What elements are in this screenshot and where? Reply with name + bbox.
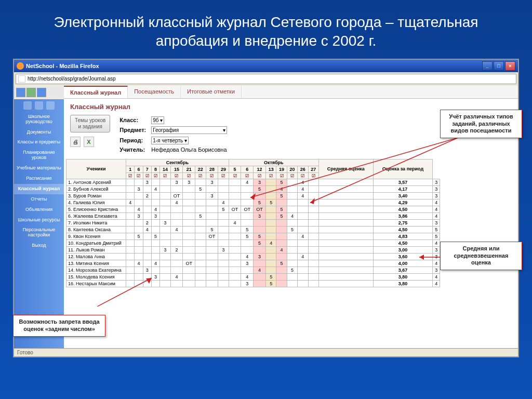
grade-cell[interactable] — [206, 240, 218, 246]
sidebar-item[interactable]: Отчеты — [14, 194, 64, 205]
grade-cell[interactable] — [126, 179, 135, 185]
grade-cell[interactable] — [276, 233, 287, 240]
grade-cell[interactable]: ОТ — [170, 192, 183, 199]
grade-cell[interactable] — [254, 192, 266, 199]
table-row[interactable]: 3. Буров Роман2ОТ3543,403 — [66, 192, 440, 199]
grade-cell[interactable] — [229, 226, 241, 233]
grade-cell[interactable] — [206, 253, 218, 260]
grade-cell[interactable] — [318, 226, 373, 233]
grade-cell[interactable] — [126, 226, 135, 233]
grade-cell[interactable] — [318, 192, 373, 199]
grade-cell[interactable] — [318, 219, 373, 226]
grade-cell[interactable] — [287, 273, 297, 280]
grade-cell[interactable] — [254, 260, 266, 267]
grade-cell[interactable] — [229, 185, 241, 192]
grade-cell[interactable] — [241, 267, 254, 273]
day-checkbox[interactable]: ☑ — [183, 172, 195, 179]
grade-cell[interactable] — [308, 192, 318, 199]
grade-cell[interactable] — [183, 246, 195, 253]
grade-cell[interactable]: 4 — [276, 246, 287, 253]
grade-cell[interactable] — [195, 267, 206, 273]
grade-cell[interactable]: 3 — [135, 212, 143, 219]
table-row[interactable]: 13. Митина Ксения44ОТ354,004 — [66, 260, 440, 267]
grade-cell[interactable] — [318, 240, 373, 246]
grade-cell[interactable] — [143, 233, 151, 240]
grade-cell[interactable] — [135, 267, 143, 273]
grade-cell[interactable] — [308, 246, 318, 253]
grade-cell[interactable] — [160, 192, 170, 199]
grade-cell[interactable]: 5 — [254, 240, 266, 246]
grade-cell[interactable] — [135, 199, 143, 206]
grade-cell[interactable] — [318, 246, 373, 253]
grade-cell[interactable]: 4 — [287, 212, 297, 219]
grade-cell[interactable] — [135, 240, 143, 246]
grade-cell[interactable] — [160, 273, 170, 280]
sidebar-item[interactable]: Документы — [14, 127, 64, 138]
grade-cell[interactable]: 4 — [241, 179, 254, 185]
grade-cell[interactable] — [229, 179, 241, 185]
grade-cell[interactable] — [135, 246, 143, 253]
grade-cell[interactable] — [151, 280, 159, 287]
grade-cell[interactable] — [308, 240, 318, 246]
grade-cell[interactable] — [183, 273, 195, 280]
forum-icon[interactable] — [46, 101, 55, 110]
grade-cell[interactable] — [265, 179, 276, 185]
grade-cell[interactable] — [126, 233, 135, 240]
grade-cell[interactable]: 4 — [254, 267, 266, 273]
grade-cell[interactable] — [206, 273, 218, 280]
grade-cell[interactable] — [151, 246, 159, 253]
grade-cell[interactable]: 5 — [276, 212, 287, 219]
grade-cell[interactable]: 5 — [265, 199, 276, 206]
grade-cell[interactable] — [298, 226, 308, 233]
grade-cell[interactable] — [195, 233, 206, 240]
grade-cell[interactable] — [135, 273, 143, 280]
grade-cell[interactable] — [170, 267, 183, 273]
table-row[interactable]: 10. Кондратьев Дмитрий544,504 — [66, 240, 440, 246]
grade-cell[interactable] — [151, 253, 159, 260]
grade-cell[interactable] — [160, 260, 170, 267]
day-checkbox[interactable]: ☑ — [206, 172, 218, 179]
grade-cell[interactable] — [298, 273, 308, 280]
grade-cell[interactable] — [151, 240, 159, 246]
grade-cell[interactable] — [151, 219, 159, 226]
grade-cell[interactable]: 4 — [241, 253, 254, 260]
grade-cell[interactable] — [151, 199, 159, 206]
grade-cell[interactable] — [254, 280, 266, 287]
grade-cell[interactable] — [265, 260, 276, 267]
grade-cell[interactable] — [170, 212, 183, 219]
grade-cell[interactable]: 5 — [276, 260, 287, 267]
grade-cell[interactable]: 5 — [195, 212, 206, 219]
grade-cell[interactable] — [151, 192, 159, 199]
grade-cell[interactable] — [195, 273, 206, 280]
grade-cell[interactable] — [318, 179, 373, 185]
grade-cell[interactable] — [160, 267, 170, 273]
day-header[interactable]: 21 — [183, 166, 195, 172]
grade-cell[interactable]: 4 — [265, 240, 276, 246]
grade-cell[interactable] — [318, 206, 373, 212]
day-header[interactable]: 26 — [298, 166, 308, 172]
grade-cell[interactable] — [218, 179, 229, 185]
grade-cell[interactable]: 4 — [170, 199, 183, 206]
tab-attendance[interactable]: Посещаемость — [128, 86, 181, 98]
grade-cell[interactable]: 3 — [254, 179, 266, 185]
day-checkbox[interactable]: ☑ — [151, 172, 159, 179]
grade-cell[interactable] — [170, 260, 183, 267]
grade-cell[interactable]: 4 — [298, 185, 308, 192]
grade-cell[interactable] — [160, 226, 170, 233]
grade-cell[interactable]: 4 — [143, 226, 151, 233]
grade-cell[interactable]: 5 — [151, 233, 159, 240]
sidebar-item[interactable]: Объявления — [14, 205, 64, 215]
grade-cell[interactable] — [170, 206, 183, 212]
day-checkbox[interactable]: ☑ — [276, 172, 287, 179]
grade-cell[interactable] — [276, 219, 287, 226]
grade-cell[interactable] — [241, 199, 254, 206]
grade-cell[interactable] — [318, 267, 373, 273]
sidebar-item[interactable]: Расписание — [14, 174, 64, 184]
grade-cell[interactable] — [160, 233, 170, 240]
grade-cell[interactable] — [183, 199, 195, 206]
grade-cell[interactable] — [298, 212, 308, 219]
grade-cell[interactable]: 4 — [170, 273, 183, 280]
grade-cell[interactable] — [241, 192, 254, 199]
grade-cell[interactable] — [287, 199, 297, 206]
grade-cell[interactable] — [135, 179, 143, 185]
